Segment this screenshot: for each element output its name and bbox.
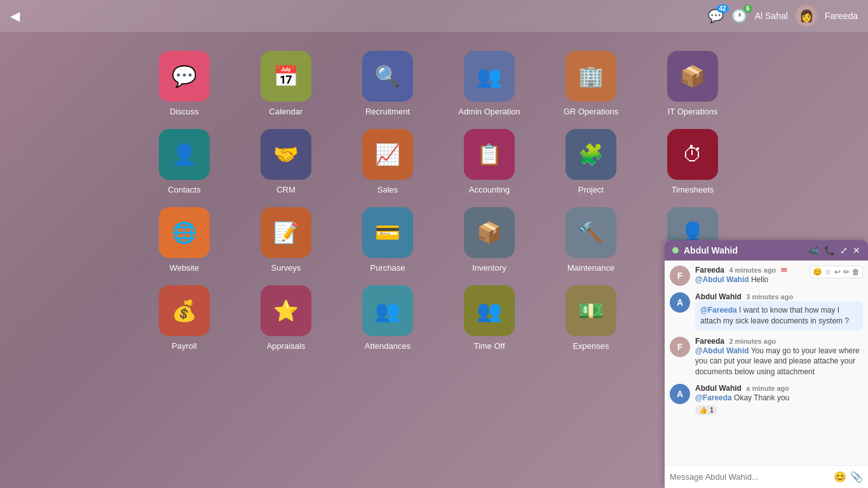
admin-operation-label: Admin Operation (458, 107, 520, 116)
mention-1: @Fareeda (700, 306, 737, 315)
it-operations-icon: 📦 (667, 51, 718, 102)
app-item-appraisals[interactable]: ⭐Appraisals (241, 285, 330, 351)
chat-input[interactable] (670, 472, 830, 482)
app-item-gr-operations[interactable]: 🏢GR Operations (546, 51, 635, 116)
chat-panel: Abdul Wahid 📹 📞 ⤢ ✕ 😊 ☆ ↩ ✏ 🗑 FFareeda 4… (665, 240, 868, 488)
appraisals-icon: ⭐ (261, 285, 311, 336)
app-item-it-operations[interactable]: 📦IT Operations (648, 51, 737, 116)
chat-msg-header-3: Abdul Wahid a minute ago (695, 384, 863, 393)
chat-message-1: AAbdul Wahid 3 minutes ago @Fareeda I wa… (670, 292, 863, 330)
app-item-inventory[interactable]: 📦Inventory (445, 207, 534, 273)
surveys-label: Surveys (271, 263, 301, 273)
app-item-timesheets[interactable]: ⏱Timesheets (648, 129, 737, 194)
msg-rest-0: Hello (749, 275, 769, 284)
calendar-label: Calendar (269, 107, 303, 116)
msg-actions-0: 😊 ☆ ↩ ✏ 🗑 (810, 266, 863, 278)
chat-time-3: a minute ago (746, 384, 789, 392)
payroll-label: Payroll (172, 341, 197, 351)
calendar-icon: 📅 (261, 51, 311, 102)
app-item-contacts[interactable]: 👤Contacts (140, 129, 229, 194)
phone-call-button[interactable]: 📞 (824, 245, 835, 255)
timesheets-icon: ⏱ (667, 129, 718, 180)
chat-message-0: 😊 ☆ ↩ ✏ 🗑 FFareeda 4 minutes ago ✉@Abdul… (670, 266, 863, 286)
chat-sender-1: Abdul Wahid (695, 292, 742, 301)
delete-button[interactable]: 🗑 (852, 268, 860, 276)
emoji-button[interactable]: 😊 (834, 471, 846, 483)
app-item-project[interactable]: 🧩Project (546, 129, 635, 194)
mention-3: @Fareeda (695, 393, 732, 402)
chat-content-3: Abdul Wahid a minute ago @Fareeda Okay T… (695, 384, 863, 415)
purchase-icon: 💳 (362, 207, 413, 258)
chat-header-actions: 📹 📞 ⤢ ✕ (808, 245, 860, 255)
mention-0: @Abdul Wahid (695, 275, 749, 284)
app-item-website[interactable]: 🌐Website (140, 207, 229, 273)
chat-msg-header-2: Fareeda 2 minutes ago (695, 337, 863, 346)
it-operations-label: IT Operations (668, 107, 718, 116)
app-item-discuss[interactable]: 💬Discuss (140, 51, 229, 116)
app-item-attendances[interactable]: 👥Attendances (343, 285, 432, 351)
chat-avatar-3: A (670, 384, 690, 404)
crm-label: CRM (276, 185, 295, 194)
chat-sender-0: Fareeda (695, 266, 724, 274)
chat-content-1: Abdul Wahid 3 minutes ago @Fareeda I wan… (695, 292, 863, 330)
chat-content-2: Fareeda 2 minutes ago @Abdul Wahid You m… (695, 337, 863, 377)
app-item-purchase[interactable]: 💳Purchase (343, 207, 432, 273)
timesheets-label: Timesheets (672, 185, 714, 194)
user-name: Fareeda (825, 11, 858, 21)
edit-button[interactable]: ✏ (843, 268, 850, 276)
maintenance-label: Maintenance (567, 263, 614, 273)
messages-badge[interactable]: 💬 42 (708, 8, 724, 24)
reply-button[interactable]: ↩ (834, 268, 841, 276)
chat-time-2: 2 minutes ago (729, 337, 776, 345)
payroll-icon: 💰 (159, 285, 210, 336)
chat-footer: 😊 📎 (665, 465, 868, 488)
chat-time-0: 4 minutes ago (729, 266, 776, 274)
user-avatar[interactable]: 👩 (796, 5, 817, 27)
admin-operation-icon: 👥 (464, 51, 515, 102)
chat-text-3: @Fareeda Okay Thank you (695, 393, 863, 403)
contacts-label: Contacts (168, 185, 200, 194)
discuss-label: Discuss (170, 107, 199, 116)
star-button[interactable]: ☆ (825, 268, 832, 276)
purchase-label: Purchase (370, 263, 405, 273)
messages-count: 42 (717, 4, 729, 13)
app-item-maintenance[interactable]: 🔨Maintenance (546, 207, 635, 273)
emoji-reaction-button[interactable]: 😊 (813, 268, 822, 276)
accounting-icon: 📋 (464, 129, 515, 180)
appraisals-label: Appraisals (267, 341, 306, 351)
chat-text-2: @Abdul Wahid You may go to your leave wh… (695, 346, 863, 377)
maintenance-icon: 🔨 (566, 207, 616, 258)
app-item-recruitment[interactable]: 🔍Recruitment (343, 51, 432, 116)
surveys-icon: 📝 (261, 207, 311, 258)
chat-text-1: @Fareeda I want to know that how may I a… (695, 301, 863, 330)
app-item-expenses[interactable]: 💵Expenses (546, 285, 635, 351)
navbar: ◀ 💬 42 🕐 6 Al Sahal 👩 Fareeda (0, 0, 868, 32)
project-icon: 🧩 (566, 129, 616, 180)
chat-msg-header-1: Abdul Wahid 3 minutes ago (695, 292, 863, 301)
app-item-calendar[interactable]: 📅Calendar (241, 51, 330, 116)
chat-message-3: AAbdul Wahid a minute ago @Fareeda Okay … (670, 384, 863, 415)
expenses-icon: 💵 (566, 285, 616, 336)
website-label: Website (170, 263, 200, 273)
app-item-payroll[interactable]: 💰Payroll (140, 285, 229, 351)
reaction-3[interactable]: 👍 1 (695, 405, 717, 415)
contacts-icon: 👤 (159, 129, 210, 180)
app-item-accounting[interactable]: 📋Accounting (445, 129, 534, 194)
chat-messages: 😊 ☆ ↩ ✏ 🗑 FFareeda 4 minutes ago ✉@Abdul… (665, 261, 868, 465)
back-button[interactable]: ◀ (10, 8, 20, 24)
expand-chat-button[interactable]: ⤢ (840, 245, 848, 255)
app-item-crm[interactable]: 🤝CRM (241, 129, 330, 194)
chat-message-2: FFareeda 2 minutes ago @Abdul Wahid You … (670, 337, 863, 377)
close-chat-button[interactable]: ✕ (853, 245, 860, 255)
video-call-button[interactable]: 📹 (808, 245, 819, 255)
website-icon: 🌐 (159, 207, 210, 258)
attach-button[interactable]: 📎 (850, 471, 863, 483)
app-item-time-off[interactable]: 👥Time Off (445, 285, 534, 351)
email-icon: ✉ (781, 266, 787, 274)
avatar-icon: 👩 (799, 9, 813, 23)
app-item-sales[interactable]: 📈Sales (343, 129, 432, 194)
app-item-surveys[interactable]: 📝Surveys (241, 207, 330, 273)
app-item-admin-operation[interactable]: 👥Admin Operation (445, 51, 534, 116)
clock-badge[interactable]: 🕐 6 (731, 8, 747, 24)
chat-avatar-0: F (670, 266, 690, 286)
